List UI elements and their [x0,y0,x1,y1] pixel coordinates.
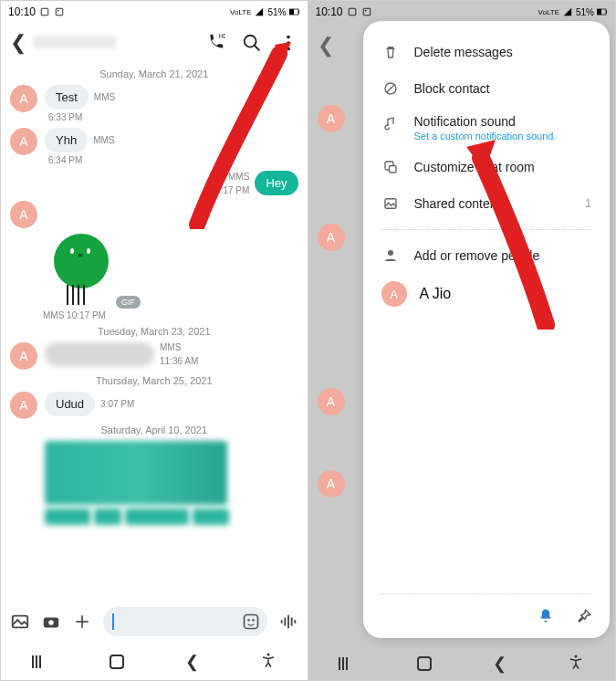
avatar: A [381,281,407,307]
svg-point-2 [57,10,59,12]
mms-label: MMS [94,92,115,102]
status-time: 10:10 [8,5,36,18]
svg-rect-0 [41,8,48,16]
svg-point-39 [575,655,578,658]
voice-button[interactable] [278,612,298,632]
volte-indicator: VoLTE [538,8,559,16]
mms-label: MMS [160,342,181,352]
svg-rect-4 [289,9,294,15]
nav-accessibility-button[interactable] [568,654,584,674]
battery-icon [289,7,300,16]
gallery-button[interactable] [10,612,30,632]
svg-rect-27 [349,8,356,16]
search-button[interactable] [242,33,262,53]
customize-icon [381,158,400,176]
camera-button[interactable] [41,612,61,632]
message-bubble[interactable] [45,342,154,366]
screen-menu: 10:10 VoLTE 51% ❮ A A A A [308,1,616,680]
nav-home-button[interactable] [417,656,432,671]
emoji-sticker-button[interactable] [242,613,260,631]
menu-block-contact[interactable]: Block contact [363,70,611,107]
nav-recents-button[interactable] [339,657,355,670]
date-separator: Tuesday, March 23, 2021 [10,326,298,337]
menu-sublabel: Set a custom notification sound. [414,131,592,141]
svg-point-10 [287,41,290,45]
menu-divider [381,593,592,594]
message-time: 3:07 PM [100,399,134,409]
avatar[interactable]: A [10,85,37,112]
menu-person-item[interactable]: A A Jio [363,274,611,314]
nav-back-button[interactable]: ❮ [493,654,506,674]
block-icon [381,79,400,98]
volte-indicator: VoLTE [230,8,251,16]
svg-rect-17 [244,615,257,629]
back-button[interactable]: ❮ [10,31,26,55]
avatar[interactable]: A [10,201,37,228]
message-bubble-outgoing[interactable]: Hey [255,171,298,195]
message-bubble[interactable]: Yhh [45,128,88,152]
date-separator: Sunday, March 21, 2021 [10,68,298,79]
svg-rect-32 [606,11,607,14]
menu-label: Customize chat room [414,160,592,174]
svg-rect-31 [597,9,601,15]
avatar[interactable]: A [10,342,37,370]
menu-add-remove-people[interactable]: Add or remove people [363,237,611,274]
compose-bar [1,600,308,644]
contact-name[interactable] [34,36,198,50]
message-bubble[interactable]: Test [45,85,89,110]
menu-customize-chat[interactable]: Customize chat room [363,149,611,185]
battery-percent: 51% [267,7,286,17]
svg-point-11 [287,47,290,51]
pin-button[interactable] [575,607,593,629]
back-button-dimmed: ❮ [318,34,334,58]
more-options-button[interactable] [278,33,298,53]
message-bubble[interactable]: Udud [45,392,95,416]
svg-line-8 [254,46,259,51]
svg-rect-5 [298,11,299,14]
menu-shared-content[interactable]: Shared content 1 [363,185,611,222]
svg-rect-1 [56,8,63,16]
add-button[interactable] [72,612,92,632]
sticker-message[interactable]: GIF [45,234,136,307]
nav-recents-button[interactable] [32,655,48,668]
navigation-bar: ❮ [308,644,616,680]
avatar[interactable]: A [10,128,37,155]
screenshot-icon [39,7,50,16]
conversation-body: Sunday, March 21, 2021 A Test MMS 6:33 P… [1,63,308,600]
svg-point-7 [244,36,256,47]
nav-home-button[interactable] [110,655,124,669]
message-row: A Yhh MMS 6:34 PM [10,128,298,165]
svg-point-38 [388,250,393,256]
menu-label: Add or remove people [414,248,592,263]
trash-icon [381,43,400,61]
status-bar: 10:10 VoLTE 51% [308,1,616,23]
menu-delete-messages[interactable]: Delete messages [363,34,611,70]
menu-divider [381,229,592,230]
person-icon [381,246,400,265]
menu-notification-sound[interactable]: Notification sound Set a custom notifica… [363,107,611,149]
signal-icon [562,7,573,16]
text-cursor [112,613,114,630]
message-time: 6:33 PM [48,112,82,122]
screen-conversation: 10:10 VoLTE 51% ❮ HD [1,1,308,680]
date-separator: Thursday, March 25, 2021 [10,375,298,386]
signal-icon [254,7,265,16]
mms-label: MMS [228,172,249,182]
overflow-menu: Delete messages Block contact Notificati… [363,21,611,638]
notification-bell-button[interactable] [537,607,555,629]
avatar: A [318,470,345,498]
svg-rect-37 [385,199,396,209]
message-input[interactable] [103,607,267,636]
media-message[interactable] [45,441,227,505]
nav-accessibility-button[interactable] [260,652,277,672]
conversation-header: ❮ HD [1,23,308,63]
message-time: 11:36 AM [160,356,198,366]
screenshot-icon [347,7,358,16]
hd-call-button[interactable]: HD [205,33,225,53]
nav-back-button[interactable]: ❮ [185,652,199,672]
date-separator: Saturday, April 10, 2021 [10,424,298,435]
shared-count: 1 [585,197,591,210]
svg-rect-36 [389,166,396,173]
avatar[interactable]: A [10,392,37,419]
svg-point-19 [252,619,255,622]
